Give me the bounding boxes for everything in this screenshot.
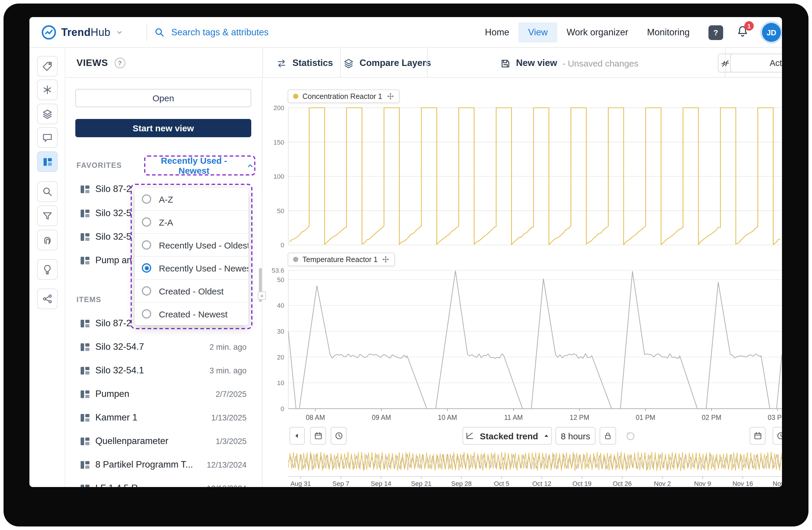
triangle-up-icon xyxy=(543,433,549,439)
layers-icon xyxy=(42,108,53,120)
search-icon xyxy=(42,186,53,197)
view-list-item[interactable]: LF 1 4 5 R... 12/13/2024 xyxy=(80,476,253,487)
trend-chart-temperature[interactable]: 0102030405053.608 AM09 AM10 AM11 AM12 PM… xyxy=(262,248,782,424)
start-time-button[interactable] xyxy=(331,427,347,445)
view-grid-icon xyxy=(80,389,90,399)
view-list-item[interactable]: 8 Partikel Programm T... 12/13/2024 xyxy=(80,453,253,476)
rail-search-button[interactable] xyxy=(37,181,58,202)
sort-option-label: Created - Oldest xyxy=(159,286,223,296)
help-button[interactable]: ? xyxy=(708,25,723,40)
nav-work-organizer[interactable]: Work organizer xyxy=(557,23,638,42)
view-list-item[interactable]: Silo 32-54.1 3 min. ago xyxy=(80,359,253,382)
sort-option-za[interactable]: Z-A xyxy=(135,211,248,234)
avatar[interactable]: JD xyxy=(762,23,781,42)
view-list-item[interactable]: Kammer 1 1/13/2025 xyxy=(80,406,253,429)
sort-option-created-newest[interactable]: Created - Newest xyxy=(135,303,248,325)
svg-text:50: 50 xyxy=(277,276,284,283)
end-calendar-button[interactable] xyxy=(750,427,766,445)
svg-text:Nov 23: Nov 23 xyxy=(772,480,782,487)
svg-text:150: 150 xyxy=(273,139,284,146)
svg-text:08 AM: 08 AM xyxy=(306,414,325,421)
views-help-icon[interactable]: ? xyxy=(114,58,125,68)
rail-layers-button[interactable] xyxy=(37,104,58,124)
rail-fingerprint-button[interactable] xyxy=(37,230,58,250)
item-time: 1/13/2025 xyxy=(211,413,247,422)
legend-chip-concentration[interactable]: Concentration Reactor 1 xyxy=(288,89,399,103)
duration-label: 8 hours xyxy=(561,431,590,441)
svg-text:200: 200 xyxy=(273,104,284,112)
brand-name: TrendHub xyxy=(61,26,110,39)
rail-spark-button[interactable] xyxy=(37,80,58,100)
app-window: TrendHub Search tags & attributes Home V… xyxy=(29,17,782,487)
sort-option-label: Recently Used - Oldest xyxy=(159,240,248,250)
nav-home[interactable]: Home xyxy=(476,23,519,42)
statistics-label: Statistics xyxy=(292,58,333,68)
move-handle-icon[interactable] xyxy=(382,255,390,263)
item-time: 2/7/2025 xyxy=(216,390,247,399)
rail-ml-button[interactable] xyxy=(37,289,58,309)
svg-text:Nov 9: Nov 9 xyxy=(694,480,711,487)
rail-recommendations-button[interactable] xyxy=(37,259,58,280)
rail-comment-button[interactable] xyxy=(37,127,58,148)
view-name: New view xyxy=(516,58,557,68)
move-handle-icon[interactable] xyxy=(386,93,394,100)
brand-menu[interactable]: TrendHub xyxy=(41,17,123,48)
start-calendar-button[interactable] xyxy=(310,427,326,445)
fingerprint-icon xyxy=(42,234,53,246)
svg-text:53.6: 53.6 xyxy=(272,267,284,274)
actions-label: Act xyxy=(770,58,782,68)
sort-menu-annotation-highlight: A-Z Z-A Recently Used - Oldest Recently … xyxy=(131,184,252,329)
trend-chart-concentration[interactable]: 050100150200 xyxy=(262,89,782,251)
search-placeholder: Search tags & attributes xyxy=(171,27,269,38)
sort-annotation-highlight: Recently Used - Newest xyxy=(144,155,255,176)
svg-text:100: 100 xyxy=(273,173,284,180)
duration-dropdown[interactable]: 8 hours xyxy=(555,427,595,445)
trend-mode-dropdown[interactable]: Stacked trend xyxy=(463,427,552,445)
view-list-item[interactable]: Silo 32-54.7 2 min. ago xyxy=(80,335,253,359)
favorite-label: Pump an xyxy=(95,255,132,266)
lock-timespan-button[interactable] xyxy=(599,427,616,445)
svg-text:Sep 14: Sep 14 xyxy=(371,480,391,487)
view-list-item[interactable]: Quellenparameter 1/3/2025 xyxy=(80,429,253,453)
nav-view[interactable]: View xyxy=(519,23,557,42)
tag-icon xyxy=(42,61,53,72)
chevron-down-icon xyxy=(115,28,123,37)
stacked-trend-icon xyxy=(465,431,475,441)
rail-views-button[interactable] xyxy=(37,151,58,172)
svg-text:Sep 7: Sep 7 xyxy=(332,480,349,487)
nav-monitoring[interactable]: Monitoring xyxy=(638,23,699,42)
clock-icon xyxy=(776,431,782,441)
actions-button[interactable]: Act xyxy=(730,54,782,72)
save-icon[interactable] xyxy=(499,57,511,69)
collapse-panel-button[interactable]: × xyxy=(258,292,266,300)
sort-option-label: Z-A xyxy=(159,217,173,227)
context-overview-strip[interactable]: Aug 31Sep 7Sep 14Sep 21Sep 28Oct 5Oct 12… xyxy=(262,450,782,487)
open-view-button[interactable]: Open xyxy=(75,89,251,107)
search-bar[interactable]: Search tags & attributes xyxy=(154,17,269,48)
trendhub-logo-icon xyxy=(41,25,57,40)
svg-text:10: 10 xyxy=(277,379,284,387)
compare-layers-label: Compare Layers xyxy=(360,58,431,68)
svg-text:Aug 31: Aug 31 xyxy=(290,480,311,487)
compare-layers-button[interactable]: Compare Layers xyxy=(343,48,431,78)
rail-tag-button[interactable] xyxy=(37,56,58,76)
view-grid-icon xyxy=(80,483,90,487)
view-list-item[interactable]: Pumpen 2/7/2025 xyxy=(80,382,253,406)
notifications-button[interactable]: 1 xyxy=(736,25,749,40)
back-arrow-icon xyxy=(294,432,301,439)
sort-dropdown[interactable]: Recently Used - Newest xyxy=(145,155,254,176)
pan-back-button[interactable] xyxy=(290,427,305,445)
sort-option-recent-oldest[interactable]: Recently Used - Oldest xyxy=(135,234,248,257)
legend-chip-temperature[interactable]: Temperature Reactor 1 xyxy=(288,253,395,266)
sort-option-az[interactable]: A-Z xyxy=(135,188,248,211)
sort-option-recent-newest[interactable]: Recently Used - Newest xyxy=(135,257,248,280)
rail-filter-button[interactable] xyxy=(37,206,58,226)
sort-option-created-oldest[interactable]: Created - Oldest xyxy=(135,280,248,303)
start-new-view-button[interactable]: Start new view xyxy=(75,119,251,137)
end-time-button[interactable] xyxy=(772,427,782,445)
ml-nodes-icon xyxy=(42,293,53,305)
statistics-button[interactable]: Statistics xyxy=(276,48,333,78)
svg-text:50: 50 xyxy=(277,207,284,215)
history-reset-button[interactable] xyxy=(622,427,638,445)
svg-text:11 AM: 11 AM xyxy=(504,414,523,421)
